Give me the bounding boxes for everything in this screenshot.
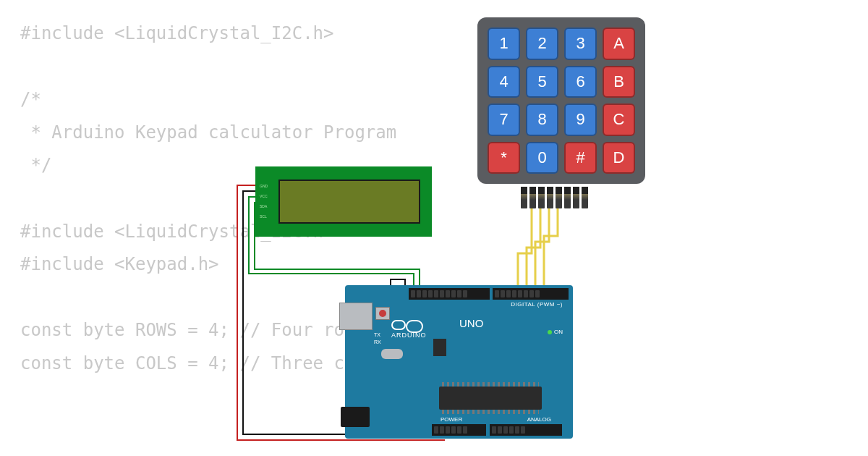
keypad-key-7[interactable]: 7 xyxy=(488,104,520,136)
connector-pin xyxy=(529,187,536,208)
keypad-key-1[interactable]: 1 xyxy=(488,28,520,60)
crystal-oscillator-icon xyxy=(381,349,403,359)
keypad-key-D[interactable]: D xyxy=(603,142,635,174)
connector-pin xyxy=(582,187,588,208)
atmega-chip-icon xyxy=(439,387,542,410)
on-led-label: ON xyxy=(548,329,563,335)
keypad-grid: 1 2 3 A 4 5 6 B 7 8 9 C * 0 # D xyxy=(488,28,635,174)
keypad-key-0[interactable]: 0 xyxy=(526,142,558,174)
keypad-key-C[interactable]: C xyxy=(603,104,635,136)
lcd-screen xyxy=(278,180,420,224)
power-pin-header xyxy=(432,424,486,436)
keypad-4x4: 1 2 3 A 4 5 6 B 7 8 9 C * 0 # D xyxy=(477,17,645,184)
keypad-key-9[interactable]: 9 xyxy=(564,104,597,136)
code-line: * Arduino Keypad calculator Program xyxy=(20,122,396,143)
brand-label: ARDUINO xyxy=(391,332,493,339)
infinity-logo-icon xyxy=(391,320,406,330)
model-label: UNO xyxy=(459,317,483,329)
small-chip-icon xyxy=(433,339,446,356)
lcd-pin: SCL xyxy=(260,215,277,219)
reset-button[interactable] xyxy=(375,307,390,320)
keypad-key-2[interactable]: 2 xyxy=(526,28,558,60)
code-line: const byte ROWS = 4; // Four rows xyxy=(20,320,365,340)
lcd-pin: SDA xyxy=(260,205,277,208)
connector-pin xyxy=(564,187,571,208)
code-line: */ xyxy=(20,155,51,175)
digital-label: DIGITAL (PWM ~) xyxy=(511,301,563,308)
rx-label: RX xyxy=(374,339,381,346)
keypad-key-5[interactable]: 5 xyxy=(526,66,558,98)
power-jack-icon xyxy=(341,407,370,427)
analog-pin-header xyxy=(490,424,562,436)
connector-pin xyxy=(573,187,579,208)
lcd-pin-labels: GND VCC SDA SCL xyxy=(260,180,277,224)
code-line: #include <Keypad.h> xyxy=(20,254,219,274)
lcd-1602: GND VCC SDA SCL xyxy=(255,166,432,237)
keypad-key-B[interactable]: B xyxy=(603,66,635,98)
keypad-key-star[interactable]: * xyxy=(488,142,520,174)
tx-label: TX xyxy=(374,332,381,339)
code-line: #include <LiquidCrystal_I2C.h> xyxy=(20,23,333,43)
keypad-key-3[interactable]: 3 xyxy=(564,28,597,60)
keypad-key-8[interactable]: 8 xyxy=(526,104,558,136)
keypad-key-6[interactable]: 6 xyxy=(564,66,597,98)
keypad-connector xyxy=(521,187,600,208)
digital-pin-header xyxy=(493,288,569,300)
usb-port-icon xyxy=(339,303,373,330)
connector-pin xyxy=(556,187,562,208)
keypad-key-4[interactable]: 4 xyxy=(488,66,520,98)
arduino-uno-board: DIGITAL (PWM ~) ARDUINO UNO TX RX POWER … xyxy=(345,285,573,439)
lcd-pin: GND xyxy=(260,185,277,188)
connector-pin xyxy=(521,187,527,208)
keypad-key-A[interactable]: A xyxy=(603,28,635,60)
txrx-labels: TX RX xyxy=(374,332,381,346)
power-section-label: POWER xyxy=(441,416,462,423)
code-line: /* xyxy=(20,89,41,109)
connector-pin xyxy=(547,187,553,208)
lcd-pin: VCC xyxy=(260,195,277,198)
digital-pin-header xyxy=(409,288,490,300)
analog-section-label: ANALOG xyxy=(527,416,551,423)
connector-pin xyxy=(538,187,545,208)
keypad-key-hash[interactable]: # xyxy=(564,142,597,174)
